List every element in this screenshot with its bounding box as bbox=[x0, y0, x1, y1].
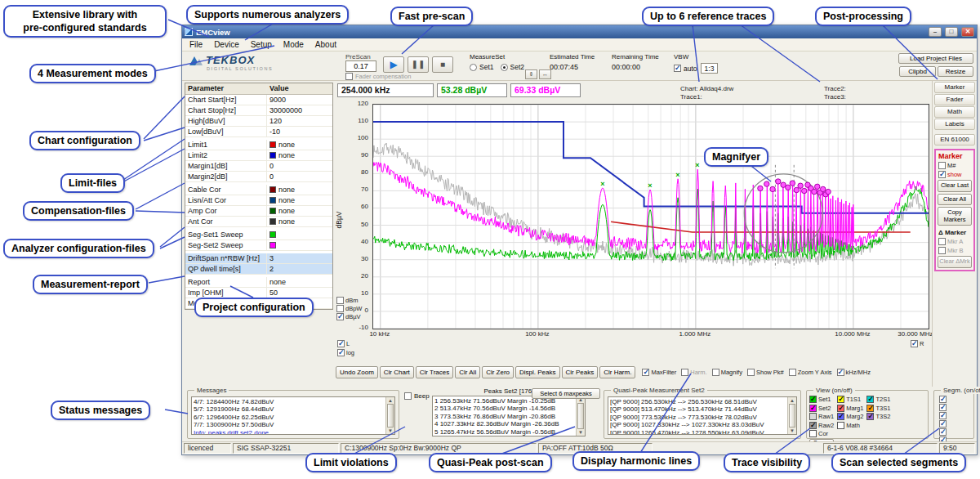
view-toggle-set2[interactable]: Set2 bbox=[809, 405, 834, 412]
view-toggle-raw1[interactable]: Raw1 bbox=[809, 413, 834, 420]
clr-traces-button[interactable]: Clr Traces bbox=[416, 366, 453, 378]
param-row-low-dbuv[interactable]: Low[dBuV]-10 bbox=[185, 127, 332, 137]
tab-fader[interactable]: Fader bbox=[934, 94, 975, 105]
param-row-report[interactable]: Reportnone bbox=[185, 277, 332, 288]
segment-checkbox-3[interactable] bbox=[939, 412, 947, 419]
list-line[interactable]: 3 773.53kHz 76.86dBuV Margin -20.86dB bbox=[434, 413, 574, 420]
view-toggle-cor[interactable]: Cor bbox=[809, 430, 834, 437]
standard-en61000-button[interactable]: EN 61000 bbox=[934, 134, 975, 145]
peaks-listbox[interactable]: 1 256.53kHz 71.56dBuV Margin -10.25dB2 5… bbox=[432, 396, 586, 436]
view-toggle-t3s2[interactable]: T3S2 bbox=[866, 413, 890, 420]
beep-checkbox[interactable]: Beep bbox=[404, 392, 430, 400]
menu-mode[interactable]: Mode bbox=[278, 39, 310, 50]
show-markers-checkbox[interactable]: show bbox=[937, 171, 973, 178]
list-line[interactable]: [QP 9000] 513.470kHz --> 513.470kHz 71.4… bbox=[610, 405, 786, 413]
view-toggle-t1s1[interactable]: T1S1 bbox=[837, 396, 863, 403]
clr-chart-button[interactable]: Clr Chart bbox=[380, 366, 414, 378]
axis-check-r[interactable]: R bbox=[911, 340, 924, 347]
marker-a-checkbox[interactable]: Mkr A bbox=[937, 238, 973, 245]
select-maxpeaks-button[interactable]: Select 6 maxpeaks bbox=[532, 388, 600, 399]
param-row-chart-start-hz[interactable]: Chart Start[Hz]9000 bbox=[185, 95, 332, 105]
menu-setup[interactable]: Setup bbox=[245, 39, 278, 50]
list-line[interactable]: [QP 9000] 1027.330kHz --> 1027.330kHz 83… bbox=[610, 421, 786, 428]
list-line[interactable]: [QP 9000] 1265.470kHz --> 1278.550kHz 63… bbox=[610, 429, 786, 434]
expand-vertical-button[interactable]: ⇕ bbox=[525, 69, 537, 79]
close-button[interactable]: ✕ bbox=[961, 27, 974, 37]
vbw-auto-checkbox[interactable]: auto bbox=[674, 65, 697, 73]
view-toggle-math[interactable]: Math bbox=[837, 422, 863, 429]
title-bar[interactable]: EMCview – □ ✕ bbox=[182, 25, 977, 38]
messages-listbox[interactable]: 4/7: 1284400Hz 74.82dBuV5/7: 1291900Hz 6… bbox=[191, 396, 395, 435]
list-line[interactable]: 2 513.47kHz 70.56dBuV Margin -14.56dB bbox=[434, 405, 574, 412]
set1-radio[interactable]: Set1 bbox=[470, 63, 494, 71]
scrollbar[interactable]: ▲▼ bbox=[385, 397, 394, 434]
stop-button[interactable]: ■ bbox=[432, 56, 453, 73]
unit-checkbox-db-v[interactable]: dBµV bbox=[336, 313, 362, 320]
clr-peaks-button[interactable]: Clr Peaks bbox=[562, 366, 599, 378]
clear-all-button[interactable]: Clear All bbox=[938, 194, 972, 206]
param-row-high-dbuv[interactable]: High[dBuV]120 bbox=[185, 116, 332, 127]
view-toggle-marg2[interactable]: Marg2 bbox=[837, 413, 863, 420]
param-row-amp-cor[interactable]: Amp Cornone bbox=[185, 206, 332, 217]
scrollbar[interactable]: ▲▼ bbox=[787, 397, 796, 434]
set2-radio[interactable]: Set2 bbox=[501, 63, 525, 71]
param-row-seg-set2-sweep[interactable]: Seg-Set2 Sweep bbox=[185, 240, 332, 251]
unit-checkbox-dbm[interactable]: dBm bbox=[336, 297, 362, 304]
spectrum-plot[interactable]: ×××× bbox=[372, 104, 929, 329]
pause-button[interactable]: ❚❚ bbox=[408, 56, 429, 73]
quasi-peak-listbox[interactable]: [QP 9000] 256.530kHz --> 256.530kHz 68.5… bbox=[608, 396, 797, 435]
menu-about[interactable]: About bbox=[310, 39, 342, 50]
tab-math[interactable]: Math bbox=[934, 106, 975, 118]
clr-zero-button[interactable]: Clr Zero bbox=[482, 366, 514, 378]
param-row-limit2[interactable]: Limit2none bbox=[185, 150, 332, 161]
list-line[interactable]: 6/7: 1296400Hz 62.25dBuV bbox=[194, 414, 384, 421]
segment-checkbox-2[interactable] bbox=[939, 404, 947, 411]
toggle-khz-mhz[interactable]: kHz/MHz bbox=[837, 369, 871, 376]
copy-markers-button[interactable]: Copy Markers bbox=[938, 207, 972, 226]
clear-last-button[interactable]: Clear Last bbox=[938, 180, 972, 192]
marker-number-checkbox[interactable]: M# bbox=[937, 162, 973, 169]
list-line[interactable]: 4/7: 1284400Hz 74.82dBuV bbox=[194, 398, 384, 405]
list-line[interactable]: Info: peaks drift set2 done bbox=[194, 429, 384, 434]
view-toggle-raw2[interactable]: Raw2 bbox=[809, 422, 834, 429]
tab-labels[interactable]: Labels bbox=[934, 119, 975, 130]
list-line[interactable]: 4 1027.33kHz 82.36dBuV Margin -26.36dB bbox=[434, 420, 574, 428]
toggle-maxfilter[interactable]: MaxFilter bbox=[642, 369, 676, 376]
toggle-harm[interactable]: Harm. bbox=[681, 369, 706, 376]
param-row-seg-set1-sweep[interactable]: Seg-Set1 Sweep bbox=[185, 230, 332, 240]
vbw-ratio-select[interactable]: 1:3 bbox=[701, 63, 719, 74]
list-line[interactable]: [QP 9000] 256.530kHz --> 256.530kHz 68.5… bbox=[610, 398, 786, 405]
toggle-magnify[interactable]: Magnify bbox=[712, 369, 742, 376]
list-line[interactable]: 5/7: 1291900Hz 68.44dBuV bbox=[194, 405, 384, 413]
list-line[interactable]: 5 1265.47kHz 56.56dBuV Margin -0.56dB bbox=[434, 428, 574, 436]
param-row-ant-cor[interactable]: Ant Cornone bbox=[185, 217, 332, 227]
list-line[interactable]: [QP 9000] 773.530kHz --> 773.530kHz 78.0… bbox=[610, 414, 786, 421]
param-row-limit1[interactable]: Limit1none bbox=[185, 140, 332, 150]
maximize-button[interactable]: □ bbox=[945, 27, 958, 37]
param-row-lisn-att-cor[interactable]: Lisn/Att Cornone bbox=[185, 195, 332, 206]
menu-device[interactable]: Device bbox=[208, 39, 245, 50]
tab-marker[interactable]: Marker bbox=[934, 82, 975, 93]
param-row-margin2-db[interactable]: Margin2[dB]0 bbox=[185, 172, 332, 182]
load-project-files-button[interactable]: Load Project Files bbox=[898, 53, 973, 64]
marker-b-checkbox[interactable]: Mkr B bbox=[937, 247, 973, 254]
toggle-show-pk[interactable]: Show Pk# bbox=[747, 369, 784, 376]
play-button[interactable]: ▶ bbox=[383, 56, 404, 73]
prescan-input[interactable] bbox=[345, 60, 376, 72]
scrollbar[interactable]: ▲▼ bbox=[576, 396, 585, 436]
axis-check-log[interactable]: log bbox=[337, 349, 354, 356]
view-toggle-set1[interactable]: Set1 bbox=[809, 396, 834, 403]
view-toggle-marg1[interactable]: Marg1 bbox=[837, 405, 863, 412]
list-line[interactable]: 7/7: 1300900Hz 57.50dBuV bbox=[194, 421, 384, 428]
undo-zoom-button[interactable]: Undo Zoom bbox=[336, 366, 378, 378]
axis-check-l[interactable]: L bbox=[337, 340, 354, 347]
param-row-qp-dwell-time-s[interactable]: QP dwell time[s]2 bbox=[185, 264, 332, 275]
param-row-margin1-db[interactable]: Margin1[dB]0 bbox=[185, 161, 332, 172]
displ-peaks-button[interactable]: Displ. Peaks bbox=[515, 366, 559, 378]
toggle-zoom-y-axis[interactable]: Zoom Y Axis bbox=[789, 369, 832, 376]
fader-compensation-checkbox[interactable]: Fader compensation bbox=[345, 73, 411, 80]
resize-button[interactable]: Resize bbox=[938, 66, 973, 77]
menu-file[interactable]: File bbox=[184, 39, 208, 50]
view-toggle-t2s1[interactable]: T2S1 bbox=[866, 396, 890, 403]
param-row-chart-stop-hz[interactable]: Chart Stop[Hz]30000000 bbox=[185, 105, 332, 116]
